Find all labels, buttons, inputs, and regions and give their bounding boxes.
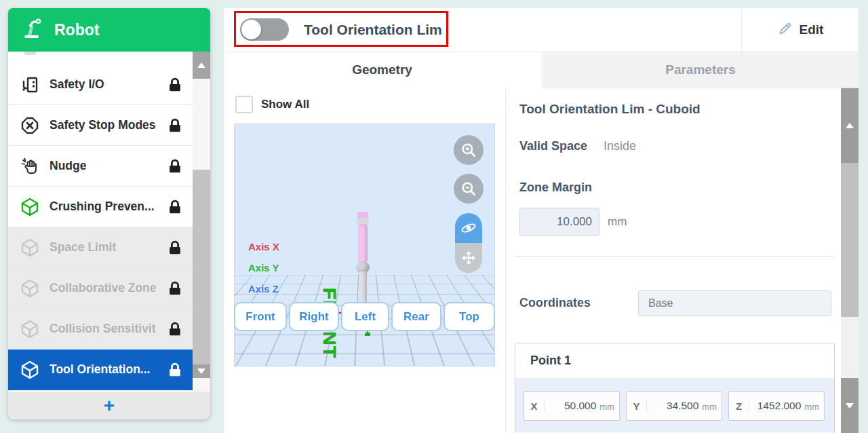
tab-parameters[interactable]: Parameters <box>542 52 859 88</box>
axis-x-label: Axis X <box>248 241 279 252</box>
details-scrollbar-thumb[interactable] <box>841 163 859 317</box>
partial-item-icon <box>24 52 37 55</box>
view-buttons: Front Right Left Rear Top <box>234 302 495 331</box>
lock-icon <box>167 117 183 134</box>
tab-content: Show All Axis X Axis Y Axis Z FRONT <box>224 88 859 433</box>
sidebar-item-safety-stop-modes[interactable]: Safety Stop Modes <box>8 105 193 146</box>
view-mode-toggle <box>455 213 482 273</box>
point-y-field[interactable]: Y 34.500 mm <box>626 391 722 421</box>
triangle-up-icon <box>197 62 205 68</box>
magnifier-plus-icon <box>460 141 477 159</box>
zone-margin-label: Zone Margin <box>519 181 592 195</box>
point-1-fields: X 50.000 mm Y 34.500 mm Z 1452.000 m <box>515 379 834 432</box>
z-value: 1452.000 <box>749 400 804 412</box>
lock-icon <box>167 199 183 215</box>
valid-space-row: Valid Space Inside <box>519 139 636 153</box>
toggle-knob <box>241 20 261 39</box>
sidebar-item-collaborative-zone[interactable]: Collaborative Zone <box>8 268 193 309</box>
sidebar-title: Robot <box>54 21 99 39</box>
zone-margin-input[interactable]: 10.000 <box>519 208 599 236</box>
stop-icon <box>20 116 39 135</box>
triangle-up-icon <box>846 123 854 128</box>
tab-geometry[interactable]: Geometry <box>224 52 540 88</box>
view-right-button[interactable]: Right <box>289 302 339 331</box>
axis-z-label: Axis Z <box>248 283 279 295</box>
triangle-down-icon <box>846 403 854 409</box>
sidebar-item-label: Collaborative Zone <box>50 281 157 295</box>
x-unit: mm <box>599 402 614 412</box>
lock-icon <box>167 77 183 93</box>
show-all-label: Show All <box>261 98 309 111</box>
sidebar-item-crushing-prevention[interactable]: Crushing Preven... <box>8 187 193 227</box>
show-all-control: Show All <box>235 96 309 113</box>
sidebar-item-safety-io[interactable]: Safety I/O <box>8 64 193 105</box>
zone-margin-row: 10.000 mm <box>519 208 627 236</box>
topbar: Tool Orientation Lim Edit <box>224 8 859 52</box>
section-divider <box>515 256 834 257</box>
cube-icon <box>20 238 39 257</box>
triangle-down-icon <box>197 369 205 374</box>
zone-title: Tool Orientation Lim - Cuboid <box>519 102 701 117</box>
lock-icon <box>167 321 183 337</box>
sidebar-item-space-limit[interactable]: Space Limit <box>8 227 193 268</box>
sidebar-item-label: Safety Stop Modes <box>50 118 156 132</box>
tool-orientation-toggle[interactable] <box>240 18 289 41</box>
valid-space-label: Valid Space <box>519 139 587 153</box>
details-scrollbar[interactable] <box>841 88 859 433</box>
y-unit: mm <box>702 402 717 412</box>
robot-column <box>359 271 367 306</box>
sidebar-item-tool-orientation[interactable]: Tool Orientation... <box>8 350 193 390</box>
zoom-in-button[interactable] <box>454 135 484 165</box>
sidebar-menu: Safety I/O Safety Stop Modes <box>8 52 210 392</box>
main-panel: Tool Orientation Lim Edit Geometry Param… <box>224 8 859 433</box>
edit-button[interactable]: Edit <box>742 8 859 52</box>
rotate-mode-button[interactable] <box>455 213 482 243</box>
cube-icon <box>20 360 39 379</box>
robot-arm-link <box>358 224 368 263</box>
add-zone-button[interactable]: + <box>8 392 210 419</box>
axis-y-label: Axis Y <box>248 262 279 274</box>
view-left-button[interactable]: Left <box>341 302 389 331</box>
sidebar-item-collision-sensitivity[interactable]: Collision Sensitivit <box>8 309 193 350</box>
sidebar-scrollbar[interactable] <box>193 52 210 392</box>
point-1-title: Point 1 <box>515 343 834 379</box>
pan-mode-button[interactable] <box>455 243 482 273</box>
view-rear-button[interactable]: Rear <box>391 302 441 331</box>
sidebar: Robot Safety I/O <box>8 8 210 419</box>
y-label: Y <box>627 400 647 412</box>
coordinates-select[interactable]: Base <box>638 290 831 316</box>
io-icon <box>20 75 39 94</box>
sidebar-item-label: Tool Orientation... <box>50 362 150 377</box>
details-panel: Tool Orientation Lim - Cuboid Valid Spac… <box>505 88 859 433</box>
sidebar-item-label: Nudge <box>50 159 86 173</box>
sidebar-item-nudge[interactable]: Nudge <box>8 146 193 187</box>
scroll-down-button[interactable] <box>193 364 210 378</box>
scroll-up-button[interactable] <box>193 52 210 79</box>
view-front-button[interactable]: Front <box>234 302 287 331</box>
pencil-icon <box>777 20 793 39</box>
point-x-field[interactable]: X 50.000 mm <box>524 391 620 421</box>
sidebar-header: Robot <box>8 8 210 52</box>
scroll-up-button[interactable] <box>841 88 859 163</box>
zoom-out-button[interactable] <box>454 174 484 204</box>
magnifier-minus-icon <box>460 180 477 197</box>
z-label: Z <box>729 400 749 412</box>
tab-bar: Geometry Parameters <box>224 52 859 88</box>
show-all-checkbox[interactable] <box>235 96 253 113</box>
sidebar-scrollbar-thumb[interactable] <box>193 170 210 378</box>
hand-icon <box>20 157 39 176</box>
x-label: X <box>524 400 545 412</box>
zone-margin-unit: mm <box>608 215 627 229</box>
valid-space-value: Inside <box>604 139 636 153</box>
scroll-down-button[interactable] <box>841 378 859 433</box>
cube-icon <box>20 197 39 216</box>
sidebar-item-label: Collision Sensitivit <box>50 322 156 336</box>
point-z-field[interactable]: Z 1452.000 mm <box>728 391 825 421</box>
sidebar-item-label: Space Limit <box>50 240 116 255</box>
view-top-button[interactable]: Top <box>443 302 495 331</box>
edit-button-label: Edit <box>800 22 824 37</box>
lock-icon <box>167 158 183 174</box>
lock-icon <box>167 280 183 297</box>
point-1-card: Point 1 X 50.000 mm Y 34.500 mm <box>515 343 835 433</box>
cube-icon <box>20 320 39 339</box>
